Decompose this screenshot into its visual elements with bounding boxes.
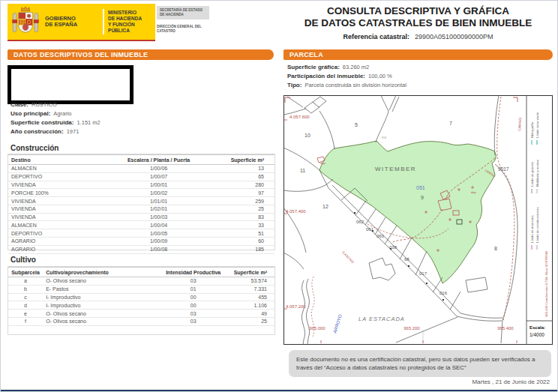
table-cell: 13 bbox=[208, 165, 274, 173]
table-cell: 1.106 bbox=[226, 301, 274, 310]
field-ano-construccion: Año construcción:1971 bbox=[10, 128, 79, 135]
table-row: dI- Improductivo001.106 bbox=[8, 301, 274, 310]
table-row: DEPORTIVO1/00/0551 bbox=[8, 229, 274, 238]
banner-parcela: PARCELA bbox=[284, 49, 553, 60]
legend-mobiliario: Mobiliario y aceras bbox=[536, 160, 539, 187]
col-destino: Destino bbox=[8, 155, 110, 165]
field-uso-principal: Uso principal:Agrario bbox=[10, 110, 72, 117]
table-row: ALMACEN1/00/0613 bbox=[8, 165, 274, 173]
field-superficie-grafica: Superficie gráfica:63.260 m2 bbox=[287, 64, 369, 70]
cultivo-table-box: Subparcela Cultivo/aprovechamiento Inten… bbox=[8, 266, 275, 335]
table-cell: 97 bbox=[208, 189, 274, 197]
table-cell: VIVIENDA bbox=[8, 181, 110, 189]
cultivo-title: Cultivo bbox=[10, 256, 36, 264]
table-cell: 03 bbox=[160, 310, 226, 318]
table-cell: AGRARIO bbox=[8, 238, 110, 246]
table-cell: DEPORTIVO bbox=[8, 229, 110, 238]
coord-y-top: 4.057.600 bbox=[290, 115, 310, 119]
table-row: fO- Olivos secano0325 bbox=[8, 317, 274, 325]
field-superficie-construida: Superficie construida:1.151 m2 bbox=[10, 119, 100, 126]
table-row: ALMACEN1/00/0433 bbox=[8, 221, 274, 229]
table-cell: d bbox=[8, 301, 43, 310]
table-row: DEPORTIVO1/00/0765 bbox=[8, 172, 274, 181]
table-cell: 60 bbox=[208, 238, 274, 246]
table-cell: 1/02/01 bbox=[110, 205, 208, 213]
table-row: VIVIENDA1/02/0125 bbox=[8, 205, 274, 213]
table-cell: 1/00/05 bbox=[110, 229, 208, 238]
cadastral-map: 4.057.600 4.057.400 4.057.200 365.000 36… bbox=[284, 95, 553, 345]
legend-limite-parcela: Límite de parcela bbox=[530, 161, 534, 187]
table-cell: I- Improductivo bbox=[43, 301, 160, 310]
table-cell: 00 bbox=[160, 293, 226, 301]
table-row: AGRARIO1/00/08185 bbox=[8, 245, 274, 253]
construction-note-2: dep bbox=[471, 190, 476, 194]
table-row: cI- Improductivo00455 bbox=[8, 293, 274, 301]
table-cell: I- Improductivo bbox=[43, 293, 160, 301]
table-cell: 185 bbox=[208, 245, 274, 253]
construccion-title: Construcción bbox=[10, 144, 58, 152]
table-cell: E- Pastos bbox=[43, 285, 160, 293]
document-title: CONSULTA DESCRIPTIVA Y GRÁFICA DE DATOS … bbox=[284, 5, 553, 29]
table-cell: 1/00/01 bbox=[110, 181, 208, 189]
disclaimer-box: Este documento no es una certificación c… bbox=[289, 350, 551, 377]
coord-y-bottom: 4.057.200 bbox=[286, 304, 306, 309]
col-superficie: Superficie m² bbox=[208, 155, 274, 165]
field-participacion: Participación del inmueble:100,00 % bbox=[287, 73, 392, 79]
table-cell: 1/00/09 bbox=[110, 238, 208, 246]
table-cell: 1/00/03 bbox=[110, 213, 208, 221]
small-parcel-017: 017 bbox=[419, 271, 428, 276]
table-cell: 00 bbox=[160, 301, 226, 310]
banner-datos-descriptivos: DATOS DESCRIPTIVOS DEL INMUEBLE bbox=[8, 49, 274, 60]
table-cell: 259 bbox=[208, 197, 274, 205]
document-date: Martes , 21 de Junio de 2022 bbox=[284, 379, 550, 385]
table-cell: 03 bbox=[160, 277, 226, 286]
table-cell: 65 bbox=[208, 172, 274, 181]
table-cell: 1/00/07 bbox=[110, 172, 208, 181]
table-cell: O- Olivos secano bbox=[43, 317, 160, 325]
scale-value: 1/4000 bbox=[530, 332, 544, 337]
table-cell: 1/01/01 bbox=[110, 197, 208, 205]
table-cell: O- Olivos secano bbox=[43, 277, 160, 286]
col-superficie: Superficie m² bbox=[226, 268, 274, 277]
parcel-8-label: 8 bbox=[494, 246, 497, 251]
place-name-label: LA ESTACADA bbox=[358, 316, 405, 322]
construccion-table: Destino Escalera / Planta / Puerta Super… bbox=[8, 154, 274, 254]
table-row: eO- Olivos secano0349 bbox=[8, 310, 274, 318]
table-cell: VIVIENDA bbox=[8, 213, 110, 221]
parcel-9-label: 9 bbox=[421, 195, 424, 200]
legend-limite-manzana: Límite de manzana bbox=[530, 215, 534, 243]
parcel-5-label: 5 bbox=[355, 122, 358, 127]
table-cell: 1/00/02 bbox=[110, 189, 208, 197]
legend-limite-construcciones: Límite de construcciones bbox=[536, 207, 539, 243]
utm-note: 365.400 Coordenadas U.T.M. Huso 30 ETRS8… bbox=[544, 250, 548, 317]
table-cell: PORCHE 100% bbox=[8, 189, 110, 197]
direccion-label: DIRECCIÓN GENERAL DEL CATASTRO bbox=[157, 25, 209, 34]
table-cell: e bbox=[8, 310, 43, 318]
small-parcel-062: 062 bbox=[356, 220, 364, 224]
table-cell: 1/00/04 bbox=[110, 221, 208, 229]
parcel-11-label: 11 bbox=[300, 168, 305, 173]
referencia-label: Referencia catastral: bbox=[343, 33, 410, 40]
table-row: PORCHE 100%1/00/0297 bbox=[8, 189, 274, 197]
area-name-label: WITEMBER bbox=[375, 166, 416, 172]
coord-x-center: 365.200 bbox=[404, 326, 420, 331]
table-row: VIVIENDA1/01/01259 bbox=[8, 197, 274, 205]
table-cell: 7.331 bbox=[226, 285, 274, 293]
redacted-owner-block bbox=[8, 65, 134, 104]
col-intensidad: Intensidad Productiva bbox=[160, 268, 226, 277]
legend-zona-verde: Límite zona verde bbox=[536, 112, 539, 138]
table-cell: 25 bbox=[208, 205, 274, 213]
road-parcel-9017-label: 9017 bbox=[498, 166, 509, 172]
gobierno-label: GOBIERNO DE ESPAÑA bbox=[40, 16, 99, 28]
table-cell: 25 bbox=[226, 317, 274, 325]
table-cell: 51 bbox=[208, 229, 274, 238]
table-cell: 280 bbox=[208, 181, 274, 189]
table-cell: c bbox=[8, 293, 43, 301]
road-point-label: 918 bbox=[382, 136, 386, 139]
table-cell: ALMACEN bbox=[8, 221, 110, 229]
col-cultivo: Cultivo/aprovechamiento bbox=[43, 268, 160, 277]
construccion-table-box: Destino Escalera / Planta / Puerta Super… bbox=[8, 154, 275, 250]
small-parcel-061: 061 bbox=[366, 227, 374, 232]
scale-label: Escala: bbox=[530, 325, 545, 330]
cultivo-table: Subparcela Cultivo/aprovechamiento Inten… bbox=[8, 267, 274, 326]
